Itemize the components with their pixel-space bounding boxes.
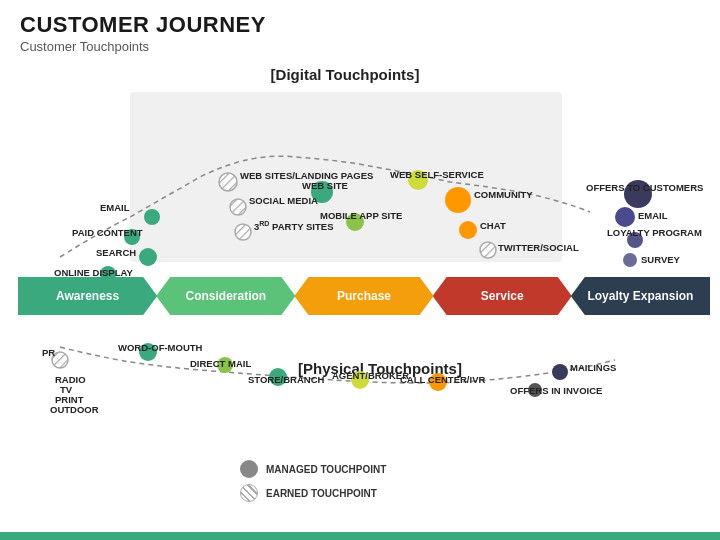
svg-point-22 <box>615 207 635 227</box>
diagram: [Digital Touchpoints] [Physical Touchpoi… <box>0 62 720 532</box>
label-community: COMMUNITY <box>474 189 533 200</box>
managed-label: MANAGED TOUCHPOINT <box>266 464 386 475</box>
label-mailings: MAILINGS <box>570 362 616 373</box>
label-email-right: EMAIL <box>638 210 668 221</box>
label-call-center: CALL CENTER/IVR <box>400 374 485 385</box>
label-offers-invoice: OFFERS IN INVOICE <box>510 385 602 396</box>
label-pr: PR <box>42 347 55 358</box>
digital-touchpoints-label: [Digital Touchpoints] <box>130 66 560 83</box>
label-survey: SURVEY <box>641 254 680 265</box>
label-search: SEARCH <box>96 247 136 258</box>
svg-point-24 <box>623 253 637 267</box>
label-email: EMAIL <box>100 202 130 213</box>
label-direct-mail: DIRECT MAIL <box>190 358 251 369</box>
legend: MANAGED TOUCHPOINT EARNED TOUCHPOINT <box>240 460 386 502</box>
bottom-bar <box>0 532 720 540</box>
label-online-display: ONLINE DISPLAY <box>54 267 133 278</box>
label-agent-broker: AGENT/BROKER <box>332 370 409 381</box>
awareness-stage: Awareness <box>18 277 157 315</box>
label-store-branch: STORE/BRANCH <box>248 374 324 385</box>
journey-bar: Awareness Consideration Purchase Service… <box>18 277 710 315</box>
label-loyalty-program: LOYALTY PROGRAM <box>607 227 702 238</box>
label-mobile-app: MOBILE APP SITE <box>320 210 402 221</box>
main-title: CUSTOMER JOURNEY <box>20 12 700 38</box>
label-outdoor: OUTDOOR <box>50 404 99 415</box>
service-stage: Service <box>433 277 572 315</box>
label-paid-content: PAID CONTENT <box>72 227 143 238</box>
loyalty-stage: Loyalty Expansion <box>571 277 710 315</box>
label-3rd-party: 3RD PARTY SITES <box>254 220 333 232</box>
legend-earned: EARNED TOUCHPOINT <box>240 484 386 502</box>
sub-title: Customer Touchpoints <box>20 39 700 54</box>
label-web-site: WEB SITE <box>302 180 348 191</box>
purchase-stage: Purchase <box>294 277 433 315</box>
legend-managed: MANAGED TOUCHPOINT <box>240 460 386 478</box>
earned-label: EARNED TOUCHPOINT <box>266 488 377 499</box>
label-web-self-service: WEB SELF-SERVICE <box>390 169 484 180</box>
label-word-of-mouth: WORD-OF-MOUTH <box>118 342 202 353</box>
label-twitter: TWITTER/SOCIAL <box>498 242 579 253</box>
label-offers-customers: OFFERS TO CUSTOMERS <box>586 182 703 193</box>
label-social-media: SOCIAL MEDIA <box>249 195 318 206</box>
header: CUSTOMER JOURNEY Customer Touchpoints <box>0 0 720 58</box>
managed-icon <box>240 460 258 478</box>
label-chat: CHAT <box>480 220 506 231</box>
consideration-stage: Consideration <box>156 277 295 315</box>
earned-icon <box>240 484 258 502</box>
